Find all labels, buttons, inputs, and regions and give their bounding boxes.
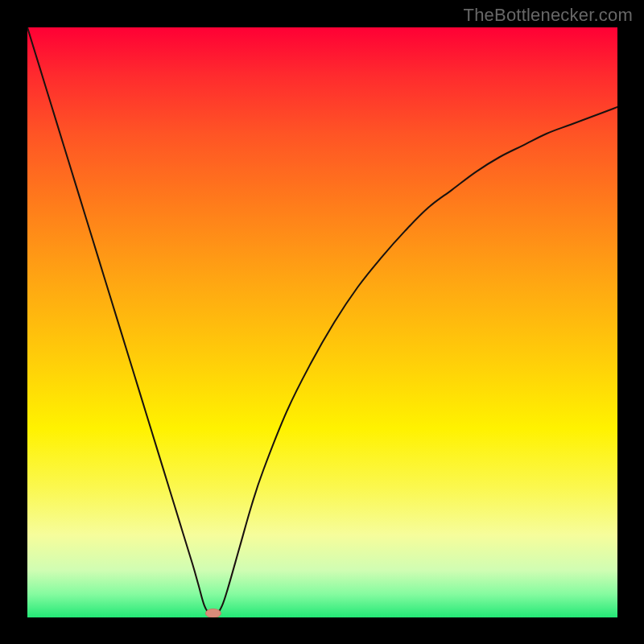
curve-svg xyxy=(27,27,617,617)
plot-area xyxy=(27,27,617,617)
chart-frame: TheBottlenecker.com xyxy=(0,0,644,644)
bottleneck-curve xyxy=(27,27,617,616)
min-marker xyxy=(205,609,221,617)
watermark-text: TheBottlenecker.com xyxy=(464,5,633,26)
